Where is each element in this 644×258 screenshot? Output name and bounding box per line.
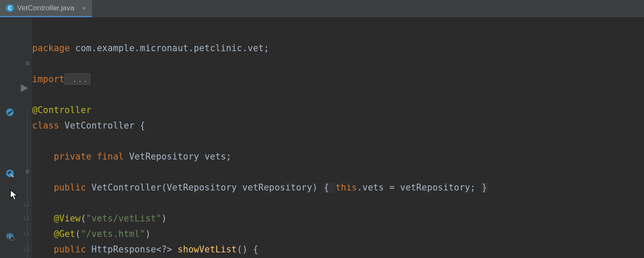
code-line: class VetController { [32,120,145,131]
keyword: public [54,244,86,255]
bean-icon[interactable] [5,108,15,117]
type: VetRepository [124,151,204,162]
annotation: @View [54,213,81,224]
code-line: @View("vets/vetList") [32,213,167,224]
keyword: package [32,43,70,53]
type: HttpResponse<?> [86,244,177,255]
code-line: @Controller [32,105,91,115]
constructor-name: VetController [86,182,161,193]
close-tab-icon[interactable]: × [82,4,86,12]
keyword: class [32,120,59,131]
fold-collapse-icon[interactable] [24,247,29,251]
field: vets [362,182,384,193]
fold-collapse-icon[interactable] [24,231,29,236]
brace: { [323,182,335,193]
brace: } [481,182,488,193]
class-file-icon: C [6,4,14,12]
code-editor[interactable]: package com.example.micronaut.petclinic.… [32,17,511,258]
fold-expand-icon[interactable]: ⊞ [24,60,30,66]
keyword: import [32,74,64,84]
keyword: private [54,151,91,162]
fold-collapse-icon[interactable] [24,216,29,220]
svg-point-7 [10,236,14,240]
code-line: @Get("/vets.html") [32,229,151,239]
annotation: @Get [54,229,75,239]
editor-area: ⊞ ⊞ package com.example.micronaut.petcli… [0,17,644,258]
params: (VetRepository vetRepository) [161,182,323,193]
fold-expand-icon[interactable]: ⊞ [24,169,30,175]
keyword: public [54,182,86,193]
keyword: this [335,182,357,193]
code-line: public HttpResponse<?> showVetList() { [32,244,258,255]
brace: { [140,120,146,131]
fold-column: ⊞ ⊞ [24,17,31,258]
method-name: showVetList [178,244,237,255]
folded-imports[interactable]: ... [64,74,90,85]
inject-icon[interactable] [5,169,15,178]
dot: . [357,182,363,193]
paren: ) [145,229,151,239]
code-line: package com.example.micronaut.petclinic.… [32,43,269,53]
string-literal: "/vets.html" [81,229,146,239]
identifier: vetRepository; [400,182,481,193]
annotation: @Controller [32,105,91,115]
string-literal: "vets/vetList" [86,213,161,224]
code-line: public VetController(VetRepository vetRe… [32,182,488,193]
paren: ( [81,213,86,224]
tab-bar: C VetController.java × [0,0,644,17]
fold-collapse-icon[interactable] [24,202,29,206]
equals: = [384,182,400,193]
gutter[interactable]: ⊞ ⊞ [0,17,32,258]
package-path: com.example.micronaut.petclinic.vet; [70,43,269,53]
code-line: private final VetRepository vets; [32,151,231,162]
code-line: import ... [32,74,90,85]
paren: ( [75,229,81,239]
paren: ) [161,213,167,224]
field: vets [204,151,226,162]
endpoint-icon[interactable] [5,231,15,241]
keyword: final [91,151,124,162]
semicolon: ; [226,151,232,162]
editor-tab[interactable]: C VetController.java × [0,0,92,17]
class-name: VetController [59,120,140,131]
signature-rest: () { [237,244,258,255]
tab-filename: VetController.java [17,4,74,12]
